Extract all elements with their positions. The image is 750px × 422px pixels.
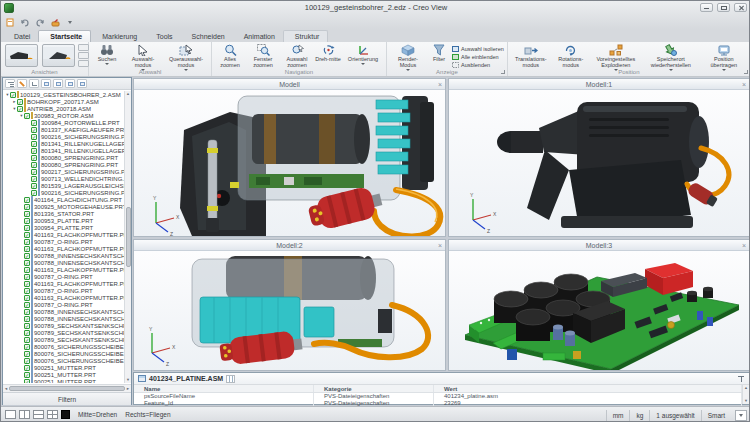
tree-item[interactable]: 900787_O-RING.PRT: [3, 287, 125, 294]
ribbon-tab[interactable]: Startseite: [38, 30, 91, 42]
ribbon-tab[interactable]: Markierung: [91, 31, 145, 42]
alle-einblenden-button[interactable]: Alle einblenden: [452, 53, 504, 60]
tree-item[interactable]: 800076_SICHERUNGSSCHEIBE.PRT: [3, 357, 125, 364]
ribbon-tab[interactable]: Datei: [3, 31, 38, 42]
tree-toolbar-icon[interactable]: [41, 79, 51, 88]
layout-quad-icon[interactable]: [47, 410, 58, 419]
tree-item[interactable]: 800076_SICHERUNGSSCHEIBE.PRT: [3, 343, 125, 350]
column-header-kategorie[interactable]: Kategorie: [314, 385, 434, 392]
scroll-thumb[interactable]: [9, 386, 125, 391]
checkbox-checked-icon[interactable]: [31, 176, 37, 182]
drehmitte-button[interactable]: Dreh-mitte: [315, 43, 341, 69]
viewport-3d-view[interactable]: [449, 251, 749, 370]
pin-panel-icon[interactable]: [737, 375, 745, 383]
tree-horizontal-scrollbar[interactable]: ◄ ►: [3, 384, 131, 392]
render-modus-button[interactable]: Render-Modus: [390, 43, 426, 69]
tree-item[interactable]: 300984_ROTORWELLE.PRT: [3, 119, 125, 126]
tree-item[interactable]: 800076_SICHERUNGSSCHEIBE.PRT: [3, 350, 125, 357]
viewport-header[interactable]: Modell:3 ×: [449, 240, 749, 251]
minimize-button[interactable]: [700, 3, 713, 12]
alles-zoomen-button[interactable]: Alles zoomen: [215, 43, 245, 69]
close-viewport-icon[interactable]: ×: [438, 240, 442, 251]
view-thumbnail-1[interactable]: [4, 43, 39, 68]
tree-item[interactable]: 401163_FLACHKOPFMUTTER.PRT: [3, 280, 125, 287]
suchen-button[interactable]: Suchen: [92, 43, 122, 69]
tree-item[interactable]: 801336_STATOR.PRT: [3, 210, 125, 217]
viewport-3d-view[interactable]: Y X Z: [134, 251, 445, 370]
tree-item[interactable]: 900789_SECHSKANTSENKSCHRAUBE.PRT: [3, 322, 125, 329]
customize-toolbar-icon[interactable]: [64, 17, 76, 28]
tree-item[interactable]: 900788_INNENSECHSKANTSCHRAUBE.PRT: [3, 315, 125, 322]
tree-item[interactable]: 900251_MUTTER.PRT: [3, 371, 125, 378]
tree-item[interactable]: ANTRIEB_200718.ASM: [3, 105, 125, 112]
position-uebertragen-button[interactable]: Position übertragen: [701, 43, 747, 69]
column-header-wert[interactable]: Wert: [434, 385, 742, 392]
checkbox-checked-icon[interactable]: [24, 218, 30, 224]
checkbox-checked-icon[interactable]: [24, 225, 30, 231]
tree-item[interactable]: 300953_PLATTE.PRT: [3, 217, 125, 224]
ribbon-tab[interactable]: Tools: [145, 31, 180, 42]
tree-item[interactable]: 300983_ROTOR.ASM: [3, 112, 125, 119]
tree-item[interactable]: 900787_O-RING.PRT: [3, 301, 125, 308]
filter-button[interactable]: Filter: [428, 43, 450, 69]
tree-item[interactable]: 900251_MUTTER.PRT: [3, 364, 125, 371]
tree-item[interactable]: 900789_SECHSKANTSENKSCHRAUBE.PRT: [3, 336, 125, 343]
ribbon-tab[interactable]: Schneiden: [181, 31, 233, 42]
markup-icon[interactable]: [49, 17, 61, 28]
tree-item[interactable]: 401164_FLACHDICHTUNG.PRT: [3, 196, 125, 203]
close-viewport-icon[interactable]: ×: [742, 79, 746, 90]
checkbox-checked-icon[interactable]: [24, 281, 30, 287]
orientierung-button[interactable]: Orientierung: [343, 43, 383, 69]
selection-mode-dropdown[interactable]: [735, 410, 747, 421]
tree-item[interactable]: 900217_SICHERUNGSRING.PRT: [3, 168, 125, 175]
checkbox-checked-icon[interactable]: [24, 302, 30, 308]
tree-item[interactable]: 300954_PLATTE.PRT: [3, 224, 125, 231]
viewport-3d-view[interactable]: Y X Z: [449, 90, 749, 236]
auswahlmodus-button[interactable]: Auswahl-modus: [124, 43, 162, 69]
tree-item[interactable]: 300925_MOTORGEHAEUSE.PRT: [3, 203, 125, 210]
checkbox-checked-icon[interactable]: [31, 134, 37, 140]
scroll-right-icon[interactable]: ►: [126, 386, 130, 391]
checkbox-checked-icon[interactable]: [24, 246, 30, 252]
ausblenden-button[interactable]: Ausblenden: [452, 61, 504, 68]
tree-toolbar-icon[interactable]: [65, 79, 75, 88]
checkbox-checked-icon[interactable]: [10, 92, 16, 98]
checkbox-checked-icon[interactable]: [24, 365, 30, 371]
checkbox-checked-icon[interactable]: [24, 351, 30, 357]
layout-hsplit-icon[interactable]: [33, 410, 44, 419]
auswahl-zoomen-button[interactable]: Auswahl zoomen: [281, 43, 313, 69]
checkbox-checked-icon[interactable]: [24, 288, 30, 294]
tree-item[interactable]: BOHRKOPF_200717.ASM: [3, 98, 125, 105]
rotationsmodus-button[interactable]: Rotations-modus: [553, 43, 589, 69]
new-annotation-icon[interactable]: [4, 17, 16, 28]
translationsmodus-button[interactable]: Translations-modus: [511, 43, 551, 69]
viewport-header[interactable]: Modell:1 ×: [449, 79, 749, 90]
checkbox-checked-icon[interactable]: [31, 120, 37, 126]
scroll-thumb[interactable]: [126, 207, 131, 267]
view-capture-icon[interactable]: [78, 44, 89, 51]
checkbox-checked-icon[interactable]: [24, 309, 30, 315]
selection-mode[interactable]: Smart: [701, 410, 731, 421]
tree-item[interactable]: 900787_O-RING.PRT: [3, 238, 125, 245]
view-display-icon[interactable]: [78, 60, 89, 67]
tree-item[interactable]: 401163_FLACHKOPFMUTTER.PRT: [3, 266, 125, 273]
tree-item[interactable]: 801341_RILLENKUGELLAGER.PRT: [3, 147, 125, 154]
close-viewport-icon[interactable]: ×: [438, 79, 442, 90]
checkbox-checked-icon[interactable]: [24, 344, 30, 350]
redo-icon[interactable]: [34, 17, 46, 28]
tree-item[interactable]: 900713_WELLENDICHTRING.PRT: [3, 175, 125, 182]
checkbox-checked-icon[interactable]: [24, 113, 30, 119]
checkbox-checked-icon[interactable]: [31, 169, 37, 175]
checkbox-checked-icon[interactable]: [31, 183, 37, 189]
view-thumbnail-2[interactable]: [41, 43, 76, 68]
tree-item[interactable]: 900216_SICHERUNGSRING.PRT: [3, 133, 125, 140]
checkbox-checked-icon[interactable]: [31, 155, 37, 161]
checkbox-checked-icon[interactable]: [17, 99, 23, 105]
tree-vertical-scrollbar[interactable]: ▲ ▼: [124, 91, 131, 383]
checkbox-checked-icon[interactable]: [24, 316, 30, 322]
tree-item[interactable]: 800080_SPRENGRING.PRT: [3, 154, 125, 161]
scroll-down-icon[interactable]: ▼: [126, 377, 130, 383]
tree-item[interactable]: 801337_KAEFIGLAEUFER.PRT: [3, 126, 125, 133]
checkbox-checked-icon[interactable]: [24, 239, 30, 245]
checkbox-checked-icon[interactable]: [31, 141, 37, 147]
